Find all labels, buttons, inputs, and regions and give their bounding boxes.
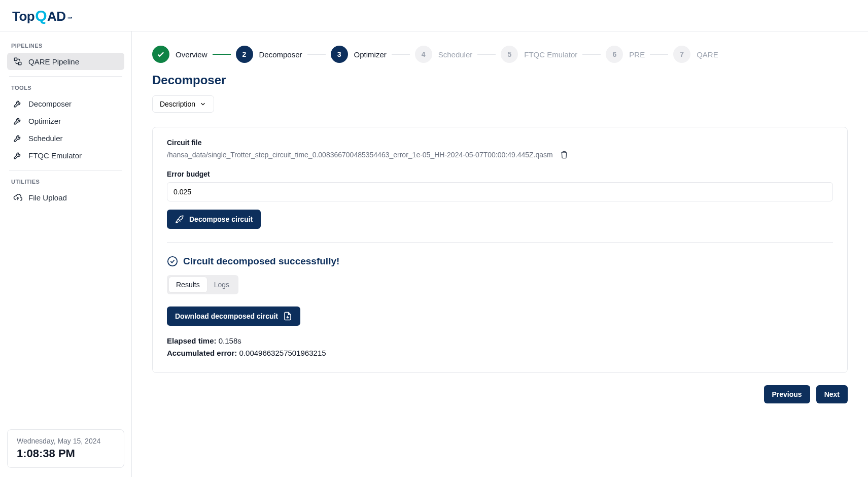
panel-divider: [167, 242, 833, 243]
previous-button-label: Previous: [772, 390, 802, 398]
decompose-circuit-button[interactable]: Decompose circuit: [167, 210, 261, 229]
sidebar-divider: [9, 170, 122, 171]
sidebar-item-label: QARE Pipeline: [28, 57, 79, 66]
result-tabs: Results Logs: [167, 275, 238, 294]
delete-file-button[interactable]: [560, 151, 568, 159]
upload-cloud-icon: [13, 193, 22, 202]
sidebar-item-file-upload[interactable]: File Upload: [7, 189, 124, 206]
logo-part-q: Q: [35, 7, 47, 24]
sidebar-section-pipelines-title: PIPELINES: [7, 41, 124, 53]
description-toggle-label: Description: [160, 100, 195, 108]
sidebar-item-ftqc-emulator[interactable]: FTQC Emulator: [7, 147, 124, 164]
error-budget-input[interactable]: [167, 182, 833, 201]
step-circle: [152, 46, 169, 63]
step-scheduler[interactable]: 4 Scheduler: [415, 46, 473, 63]
page-title: Decomposer: [152, 73, 848, 87]
wrench-icon: [13, 133, 22, 143]
step-label: Scheduler: [438, 50, 473, 59]
sidebar-item-label: FTQC Emulator: [28, 151, 82, 160]
decompose-circuit-label: Decompose circuit: [189, 215, 253, 223]
elapsed-time-value: 0.158s: [219, 336, 241, 345]
svg-rect-0: [14, 58, 17, 60]
pipeline-icon: [13, 57, 22, 66]
logo-part-ad: AD: [47, 9, 66, 24]
pipeline-stepper: Overview 2 Decomposer 3 Optimizer 4 Sche…: [152, 46, 848, 63]
step-overview[interactable]: Overview: [152, 46, 207, 63]
download-file-icon: [283, 312, 292, 321]
tab-results[interactable]: Results: [169, 277, 207, 292]
step-connector: [392, 54, 410, 55]
svg-rect-1: [19, 62, 21, 65]
sidebar-item-optimizer[interactable]: Optimizer: [7, 112, 124, 129]
step-connector: [582, 54, 601, 55]
clock-card: Wednesday, May 15, 2024 1:08:38 PM: [7, 429, 124, 468]
logo-tm: ™: [67, 15, 73, 22]
tab-logs[interactable]: Logs: [207, 277, 236, 292]
step-circle: 4: [415, 46, 432, 63]
step-label: PRE: [629, 50, 645, 59]
wrench-icon: [13, 99, 22, 108]
footer-navigation: Previous Next: [152, 385, 848, 403]
step-connector: [213, 54, 231, 55]
main-content: Overview 2 Decomposer 3 Optimizer 4 Sche…: [132, 31, 868, 477]
sidebar-section-utilities-title: UTILITIES: [7, 177, 124, 189]
step-ftqc-emulator[interactable]: 5 FTQC Emulator: [501, 46, 577, 63]
trash-icon: [560, 151, 568, 159]
sidebar-item-decomposer[interactable]: Decomposer: [7, 95, 124, 112]
sidebar-item-label: Scheduler: [28, 134, 63, 143]
step-circle: 3: [331, 46, 348, 63]
download-decomposed-label: Download decomposed circuit: [175, 312, 278, 320]
step-circle: 6: [606, 46, 623, 63]
next-button-label: Next: [824, 390, 840, 398]
accumulated-error-value: 0.0049663257501963215: [239, 349, 326, 357]
step-connector: [307, 54, 326, 55]
svg-point-2: [168, 257, 177, 266]
chevron-down-icon: [199, 100, 206, 108]
check-circle-icon: [167, 256, 178, 267]
step-label: Overview: [176, 50, 207, 59]
logo-part-top: Top: [12, 9, 34, 24]
sidebar-item-scheduler[interactable]: Scheduler: [7, 129, 124, 147]
sidebar-section-tools-title: TOOLS: [7, 83, 124, 95]
sidebar-item-label: Optimizer: [28, 117, 61, 125]
download-decomposed-button[interactable]: Download decomposed circuit: [167, 306, 300, 326]
step-decomposer[interactable]: 2 Decomposer: [236, 46, 302, 63]
step-circle: 7: [673, 46, 690, 63]
elapsed-time-row: Elapsed time: 0.158s: [167, 335, 833, 347]
sidebar-item-label: File Upload: [28, 193, 67, 202]
previous-button[interactable]: Previous: [764, 385, 810, 403]
step-qare[interactable]: 7 QARE: [673, 46, 718, 63]
accumulated-error-row: Accumulated error: 0.0049663257501963215: [167, 347, 833, 359]
clock-time: 1:08:38 PM: [17, 447, 115, 460]
step-circle: 5: [501, 46, 518, 63]
decomposer-panel: Circuit file /hansa_data/single_Trotter_…: [152, 127, 848, 373]
app-logo: TopQAD™: [12, 7, 73, 24]
success-message-row: Circuit decomposed successfully!: [167, 256, 833, 267]
sidebar: PIPELINES QARE Pipeline TOOLS Decomposer…: [0, 31, 132, 477]
step-connector: [477, 54, 496, 55]
circuit-file-label: Circuit file: [167, 139, 833, 147]
description-toggle[interactable]: Description: [152, 95, 214, 113]
elapsed-time-label: Elapsed time:: [167, 336, 217, 345]
topbar: TopQAD™: [0, 0, 868, 31]
sidebar-divider: [9, 76, 122, 77]
step-label: QARE: [697, 50, 718, 59]
success-message-text: Circuit decomposed successfully!: [183, 256, 339, 267]
sidebar-item-qare-pipeline[interactable]: QARE Pipeline: [7, 53, 124, 70]
error-budget-label: Error budget: [167, 170, 833, 178]
step-circle: 2: [236, 46, 253, 63]
step-label: Optimizer: [354, 50, 387, 59]
wrench-icon: [13, 151, 22, 160]
sidebar-item-label: Decomposer: [28, 99, 72, 108]
circuit-file-value: /hansa_data/single_Trotter_step_circuit_…: [167, 151, 553, 159]
step-connector: [650, 54, 668, 55]
clock-date: Wednesday, May 15, 2024: [17, 437, 115, 445]
next-button[interactable]: Next: [816, 385, 848, 403]
wrench-icon: [13, 116, 22, 125]
rocket-icon: [175, 215, 184, 224]
step-optimizer[interactable]: 3 Optimizer: [331, 46, 387, 63]
check-icon: [156, 50, 165, 59]
accumulated-error-label: Accumulated error:: [167, 349, 237, 357]
step-label: Decomposer: [259, 50, 302, 59]
step-pre[interactable]: 6 PRE: [606, 46, 645, 63]
